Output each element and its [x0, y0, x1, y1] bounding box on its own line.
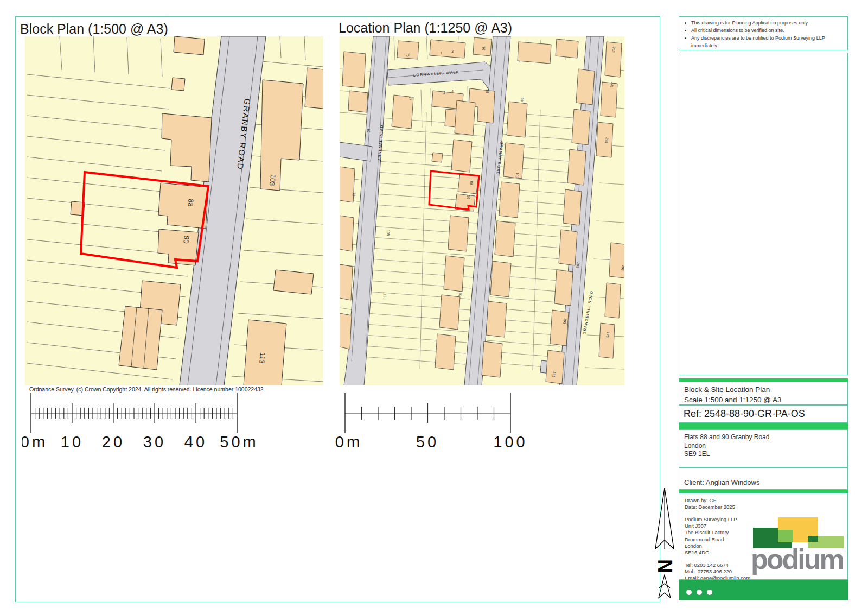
site-address-line: London	[684, 442, 847, 451]
notes-panel: This drawing is for Planning Application…	[679, 16, 848, 50]
dot-icon	[686, 590, 692, 595]
svg-text:105: 105	[386, 230, 390, 236]
svg-text:103: 103	[515, 173, 519, 179]
drawing-title: Block & Site Location Plan	[684, 385, 847, 395]
svg-text:77: 77	[408, 96, 412, 100]
svg-text:113: 113	[258, 352, 267, 364]
north-label: N	[654, 559, 676, 573]
svg-text:62: 62	[367, 129, 371, 133]
note-item: All critical dimensions to be verified o…	[691, 27, 847, 35]
svg-text:30: 30	[143, 433, 166, 451]
footer-bar	[679, 580, 848, 600]
svg-text:75: 75	[406, 53, 410, 57]
svg-text:0m: 0m	[335, 433, 362, 451]
svg-text:4: 4	[451, 90, 454, 93]
contact-block: Tel: 0203 142 6674 Mob: 07753 496 220 Em…	[685, 562, 750, 580]
svg-text:113: 113	[383, 292, 387, 298]
svg-text:3: 3	[451, 49, 454, 53]
site-address-panel: Flats 88 and 90 Granby Road London SE9 1…	[679, 429, 848, 467]
drawn-by: Drawn by: GE	[685, 497, 717, 503]
svg-text:1: 1	[440, 51, 442, 55]
company-address-block: Podium Surveying LLP Unit J307 The Biscu…	[685, 516, 750, 556]
company-info: Drawn by: GE Date: December 2025 Podium …	[685, 497, 750, 580]
note-item: Any discrepancies are to be notified to …	[691, 35, 847, 50]
north-arrow: N	[648, 485, 681, 600]
date: Date: December 2025	[685, 504, 735, 510]
drawing-scale: Scale 1:500 and 1:1250 @ A3	[684, 395, 847, 405]
mob: Mob: 07753 496 220	[685, 568, 732, 574]
svg-text:20: 20	[102, 433, 125, 451]
svg-text:0m: 0m	[22, 433, 48, 451]
reference-panel: Ref: 2548-88-90-GR-PA-OS	[679, 405, 848, 423]
svg-text:100: 100	[493, 433, 527, 451]
block-plan-scalebar: 0m 10 20 30 40 50m	[22, 391, 261, 452]
dot-icon	[707, 590, 712, 595]
location-plan-title: Location Plan (1:1250 @ A3)	[339, 20, 512, 36]
logo-square-light-green	[778, 530, 793, 542]
scalebar-labels: 0m 50 100	[335, 433, 528, 451]
email: Email: gene@podiumllp.com	[685, 575, 750, 580]
svg-text:76: 76	[482, 46, 486, 50]
note-item: This drawing is for Planning Application…	[691, 20, 847, 27]
footer-dots	[686, 587, 717, 597]
svg-text:88: 88	[470, 181, 474, 185]
svg-text:93: 93	[520, 97, 525, 102]
location-plan-scalebar: 0m 50 100	[331, 391, 532, 452]
site-address-line: Flats 88 and 90 Granby Road	[684, 433, 847, 442]
svg-text:102: 102	[458, 291, 462, 297]
block-plan-title: Block Plan (1:500 @ A3)	[20, 21, 168, 37]
svg-text:40: 40	[184, 433, 207, 451]
svg-text:2: 2	[443, 91, 445, 94]
svg-text:103: 103	[268, 174, 277, 186]
company-panel: Drawn by: GE Date: December 2025 Podium …	[679, 493, 848, 580]
svg-text:72: 72	[352, 192, 356, 197]
svg-text:88: 88	[186, 198, 195, 207]
svg-text:90: 90	[182, 235, 190, 244]
svg-text:10: 10	[61, 433, 84, 451]
notes-list: This drawing is for Planning Application…	[679, 20, 847, 50]
note-item: This document is copyright of Podium Sur…	[691, 50, 847, 50]
drawing-title-panel: Block & Site Location Plan Scale 1:500 a…	[679, 382, 848, 405]
tel: Tel: 0203 142 6674	[685, 562, 729, 568]
green-divider	[679, 423, 848, 429]
svg-text:78: 78	[486, 89, 489, 93]
client-name: Client: Anglian Windows	[684, 478, 847, 486]
empty-panel	[679, 53, 848, 375]
block-plan-map: 88 90 103 113 GRANBY ROAD	[25, 36, 323, 385]
drawn-date-block: Drawn by: GE Date: December 2025	[685, 497, 750, 511]
svg-text:50m: 50m	[220, 433, 258, 451]
dot-icon	[697, 590, 702, 595]
location-plan-map: CORNWALLIS WALK ARSENAL ROAD GRANBY ROAD…	[340, 36, 624, 385]
client-panel: Client: Anglian Windows	[679, 467, 848, 490]
scalebar-labels: 0m 10 20 30 40 50m	[22, 433, 259, 451]
site-address-line: SE9 1EL	[684, 450, 847, 459]
drawing-area: Block Plan (1:500 @ A3) Location Plan (1…	[15, 16, 660, 602]
podium-logo: podium	[751, 541, 843, 578]
svg-text:90: 90	[467, 195, 470, 199]
svg-text:50: 50	[416, 433, 439, 451]
drawing-reference: Ref: 2548-88-90-GR-PA-OS	[684, 408, 847, 420]
